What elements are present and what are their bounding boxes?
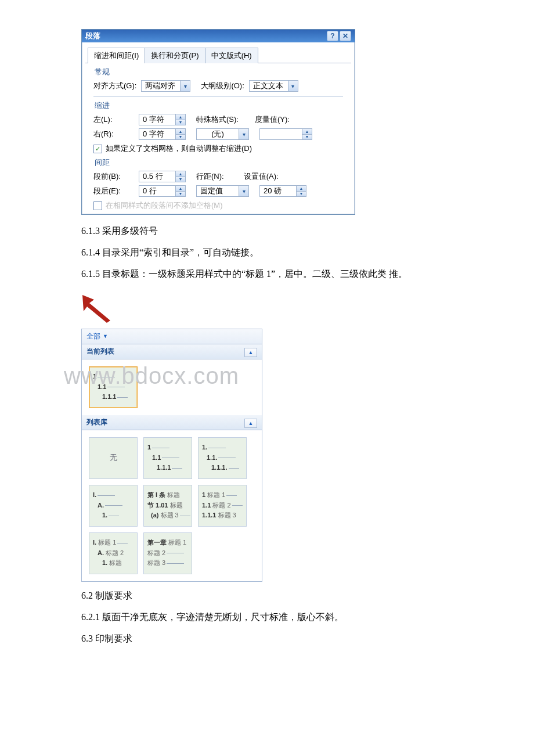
tab-line-page-breaks[interactable]: 换行和分页(P) xyxy=(145,48,205,63)
svg-marker-0 xyxy=(82,295,110,323)
dialog-tabs: 缩进和间距(I) 换行和分页(P) 中文版式(H) xyxy=(82,42,355,63)
list-tile-none[interactable]: 无 xyxy=(89,437,138,479)
spinner-icon[interactable]: ▲▼ xyxy=(175,171,185,182)
special-format-value: (无) xyxy=(197,129,239,139)
spinner-icon[interactable]: ▲▼ xyxy=(175,114,185,125)
paragraph-dialog: 段落 ? ✕ 缩进和间距(I) 换行和分页(P) 中文版式(H) 常规 对齐方式… xyxy=(81,29,355,215)
all-filter-label: 全部 xyxy=(86,332,100,341)
close-icon[interactable]: ✕ xyxy=(340,31,351,41)
section-general: 常规 xyxy=(95,67,343,77)
help-icon[interactable]: ? xyxy=(327,31,338,41)
list-tile[interactable]: 第 I 条 标题 节 1.01 标题 (a) 标题 3 xyxy=(143,485,192,527)
tab-cjk-typography[interactable]: 中文版式(H) xyxy=(205,48,258,63)
section-library-label: 列表库 xyxy=(86,418,107,426)
section-indent: 缩进 xyxy=(95,100,343,111)
line-spacing-select[interactable]: 固定值 ▾ xyxy=(196,185,249,197)
list-tile[interactable]: 第一章 标题 1 标题 2 标题 3 xyxy=(143,532,192,574)
line-spacing-label: 行距(N): xyxy=(196,171,224,182)
body-text: 6.3 印制要求 xyxy=(81,631,453,646)
collapse-icon[interactable]: ▲ xyxy=(244,348,257,357)
list-tile[interactable]: 1 1.1 1.1.1 xyxy=(143,437,192,479)
indent-left-input[interactable]: 0 字符 ▲▼ xyxy=(139,114,186,125)
alignment-select[interactable]: 两端对齐 ▾ xyxy=(141,80,190,92)
space-before-input[interactable]: 0.5 行 ▲▼ xyxy=(139,171,186,182)
list-tile[interactable]: I. 标题 1 A. 标题 2 1. 标题 xyxy=(89,532,138,574)
all-filter[interactable]: 全部 ▼ xyxy=(82,329,262,344)
spinner-icon[interactable]: ▲▼ xyxy=(175,186,185,196)
arrow-icon xyxy=(81,294,122,323)
indent-right-value: 0 字符 xyxy=(139,129,175,139)
set-value-label: 设置值(A): xyxy=(244,171,279,182)
indent-right-label: 右(R): xyxy=(93,129,134,139)
section-spacing: 间距 xyxy=(95,157,343,168)
chevron-down-icon[interactable]: ▾ xyxy=(180,81,190,91)
multilevel-list-panel: 全部 ▼ 当前列表 ▲ 1 1.1 1.1.1 列表库 ▲ 无 1 1.1 1.… xyxy=(81,329,262,582)
dialog-titlebar: 段落 ? ✕ xyxy=(82,30,355,42)
set-value-input[interactable]: 20 磅 ▲▼ xyxy=(259,185,306,197)
body-text: 6.1.5 目录标题：一级标题采用样式中的“标题 1”，居中。二级、三级依此类 … xyxy=(81,266,453,282)
no-space-label: 在相同样式的段落间不添加空格(M) xyxy=(106,200,223,211)
list-tile[interactable]: I. A. 1. xyxy=(89,485,138,527)
auto-indent-label: 如果定义了文档网格，则自动调整右缩进(D) xyxy=(106,143,252,154)
space-before-label: 段前(B): xyxy=(93,171,134,182)
space-before-value: 0.5 行 xyxy=(139,171,175,182)
chevron-down-icon[interactable]: ▾ xyxy=(288,81,298,91)
space-after-label: 段后(E): xyxy=(93,186,134,196)
special-format-label: 特殊格式(S): xyxy=(196,114,239,125)
body-text: 6.1.3 采用多级符号 xyxy=(81,223,453,239)
measure-label: 度量值(Y): xyxy=(255,114,290,125)
outline-label: 大纲级别(O): xyxy=(201,81,244,91)
arrow-annotation xyxy=(81,294,453,325)
indent-left-value: 0 字符 xyxy=(139,114,175,125)
outline-value: 正文文本 xyxy=(250,81,288,91)
dialog-title: 段落 xyxy=(85,30,100,42)
set-value-value: 20 磅 xyxy=(260,186,296,196)
chevron-down-icon[interactable]: ▾ xyxy=(239,129,248,139)
list-tile-current[interactable]: 1 1.1 1.1.1 xyxy=(89,366,138,408)
indent-right-input[interactable]: 0 字符 ▲▼ xyxy=(139,128,186,140)
no-space-checkbox[interactable] xyxy=(93,201,102,210)
section-current-list: 当前列表 ▲ xyxy=(82,344,262,359)
alignment-value: 两端对齐 xyxy=(142,81,180,91)
alignment-label: 对齐方式(G): xyxy=(93,81,136,91)
line-spacing-value: 固定值 xyxy=(197,186,239,196)
spinner-icon[interactable]: ▲▼ xyxy=(302,129,312,139)
outline-select[interactable]: 正文文本 ▾ xyxy=(249,80,298,92)
auto-indent-checkbox[interactable]: ✓ xyxy=(93,145,102,153)
spinner-icon[interactable]: ▲▼ xyxy=(296,186,306,196)
chevron-down-icon[interactable]: ▾ xyxy=(239,186,248,196)
body-text: 6.2 制版要求 xyxy=(81,588,453,603)
measure-input[interactable]: ▲▼ xyxy=(259,128,312,140)
collapse-icon[interactable]: ▲ xyxy=(244,419,257,428)
indent-left-label: 左(L): xyxy=(93,114,134,125)
special-format-select[interactable]: (无) ▾ xyxy=(196,128,249,140)
body-text: 6.2.1 版面干净无底灰，字迹清楚无断划，尺寸标准，版心不斜。 xyxy=(81,609,453,625)
space-after-input[interactable]: 0 行 ▲▼ xyxy=(139,185,186,197)
chevron-down-icon: ▼ xyxy=(103,333,108,339)
spinner-icon[interactable]: ▲▼ xyxy=(175,129,185,139)
space-after-value: 0 行 xyxy=(139,186,175,196)
section-current-label: 当前列表 xyxy=(86,347,114,355)
section-list-library: 列表库 ▲ xyxy=(82,415,262,430)
body-text: 6.1.4 目录采用“索引和目录”，可自动链接。 xyxy=(81,244,453,260)
list-tile[interactable]: 1 标题 1 1.1 标题 2 1.1.1 标题 3 xyxy=(198,485,247,527)
tab-indent-spacing[interactable]: 缩进和间距(I) xyxy=(88,48,145,63)
list-tile[interactable]: 1. 1.1. 1.1.1. xyxy=(198,437,247,479)
